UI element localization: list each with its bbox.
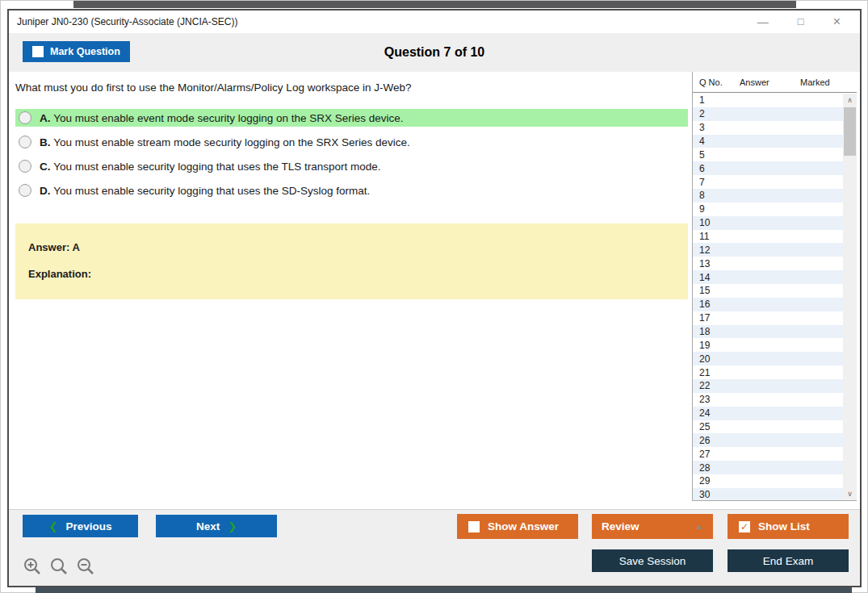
zoom-reset-icon[interactable] <box>49 557 69 576</box>
row-qno: 7 <box>693 177 740 188</box>
review-dropdown-icon: ▲ <box>695 522 703 531</box>
close-icon[interactable]: × <box>833 16 841 27</box>
option-text: A. You must enable event mode security l… <box>40 112 404 124</box>
window-title: Juniper JN0-230 (Security-Associate (JNC… <box>9 16 757 27</box>
row-qno: 27 <box>693 449 740 460</box>
row-qno: 6 <box>693 163 740 174</box>
row-qno: 4 <box>693 136 740 147</box>
question-list-row[interactable]: 30 <box>693 488 843 500</box>
end-exam-label: End Exam <box>763 555 813 567</box>
end-exam-button[interactable]: End Exam <box>728 549 849 572</box>
row-qno: 22 <box>693 380 740 391</box>
question-list-row[interactable]: 10 <box>693 216 843 230</box>
question-list-row[interactable]: 3 <box>693 121 843 135</box>
question-list-row[interactable]: 28 <box>693 461 843 474</box>
question-list-row[interactable]: 21 <box>693 365 843 379</box>
show-answer-label: Show Answer <box>488 520 559 532</box>
question-list-row[interactable]: 6 <box>693 161 843 175</box>
title-bar: Juniper JN0-230 (Security-Associate (JNC… <box>9 10 860 33</box>
question-list-row[interactable]: 5 <box>693 148 843 161</box>
save-session-button[interactable]: Save Session <box>592 549 713 572</box>
question-list-body: 1234567891011121314151617181920212223242… <box>693 94 843 500</box>
mark-question-button[interactable]: Mark Question <box>23 41 130 62</box>
question-list-row[interactable]: 26 <box>693 433 843 447</box>
show-answer-checkbox-icon <box>468 521 480 532</box>
question-list-row[interactable]: 18 <box>693 325 843 339</box>
review-button[interactable]: Review ▲ <box>592 514 713 539</box>
option-text: C. You must enable security logging that… <box>40 161 381 173</box>
question-list-panel: Q No. Answer Marked 12345678910111213141… <box>692 72 857 501</box>
zoom-out-icon[interactable] <box>76 557 95 576</box>
question-list-row[interactable]: 24 <box>693 407 843 420</box>
question-list-row[interactable]: 19 <box>693 338 843 352</box>
row-qno: 12 <box>693 244 740 256</box>
answer-box: Answer: A Explanation: <box>15 223 688 299</box>
next-button[interactable]: Next ❯ <box>156 515 277 537</box>
option-a[interactable]: A. You must enable event mode security l… <box>15 109 688 127</box>
question-list-row[interactable]: 17 <box>693 311 843 325</box>
question-list-header: Q No. Answer Marked <box>693 72 857 93</box>
radio-icon[interactable] <box>19 111 31 124</box>
question-list-row[interactable]: 23 <box>693 393 843 407</box>
row-qno: 16 <box>693 299 740 310</box>
question-list-row[interactable]: 7 <box>693 175 843 189</box>
column-answer: Answer <box>740 77 800 87</box>
row-qno: 13 <box>693 258 740 269</box>
question-list-scrollbar[interactable]: ∧ ∨ <box>843 94 857 500</box>
question-list-row[interactable]: 9 <box>693 203 843 216</box>
question-list-row[interactable]: 16 <box>693 298 843 311</box>
question-list-row[interactable]: 13 <box>693 257 843 270</box>
question-list-row[interactable]: 4 <box>693 135 843 148</box>
radio-icon[interactable] <box>19 160 31 173</box>
screen: Juniper JN0-230 (Security-Associate (JNC… <box>0 0 868 593</box>
scroll-up-icon[interactable]: ∧ <box>843 94 857 106</box>
option-b[interactable]: B. You must enable stream mode security … <box>15 133 688 151</box>
save-session-label: Save Session <box>619 555 686 567</box>
question-list-row[interactable]: 29 <box>693 474 843 488</box>
question-list-row[interactable]: 14 <box>693 270 843 284</box>
question-list-row[interactable]: 15 <box>693 284 843 298</box>
question-list-row[interactable]: 12 <box>693 243 843 257</box>
question-list-row[interactable]: 20 <box>693 352 843 365</box>
question-list-row[interactable]: 22 <box>693 379 843 393</box>
row-qno: 18 <box>693 326 740 337</box>
question-list-row[interactable]: 25 <box>693 420 843 434</box>
scroll-down-icon[interactable]: ∨ <box>843 487 857 500</box>
next-chevron-icon: ❯ <box>228 520 237 532</box>
question-list-row[interactable]: 11 <box>693 230 843 244</box>
column-marked: Marked <box>800 77 857 87</box>
header-bar: Mark Question Question 7 of 10 <box>9 33 860 72</box>
maximize-icon[interactable]: □ <box>798 16 804 27</box>
mark-question-checkbox-icon <box>32 46 44 57</box>
show-answer-button[interactable]: Show Answer <box>457 514 578 539</box>
scrollbar-thumb[interactable] <box>844 107 856 156</box>
window-controls: — □ × <box>757 16 860 27</box>
mark-question-label: Mark Question <box>50 46 120 57</box>
row-qno: 21 <box>693 367 740 378</box>
question-list-row[interactable]: 2 <box>693 107 843 121</box>
row-qno: 26 <box>693 435 740 446</box>
question-list-row[interactable]: 1 <box>693 94 843 107</box>
radio-icon[interactable] <box>19 184 31 197</box>
previous-button[interactable]: ❮ Previous <box>23 515 138 537</box>
desktop-backdrop-bottom <box>36 587 852 593</box>
option-text: D. You must enable security logging that… <box>40 185 370 197</box>
column-qno: Q No. <box>693 77 740 87</box>
row-qno: 5 <box>693 149 740 161</box>
row-qno: 29 <box>693 475 740 487</box>
next-label: Next <box>196 520 220 532</box>
footer-bar: ❮ Previous Next ❯ Show Answer Review ▲ ✓… <box>9 509 860 586</box>
option-c[interactable]: C. You must enable security logging that… <box>15 157 688 175</box>
question-list-row[interactable]: 8 <box>693 189 843 203</box>
radio-icon[interactable] <box>19 136 31 148</box>
review-label: Review <box>602 520 639 532</box>
option-text: B. You must enable stream mode security … <box>40 136 410 148</box>
row-qno: 1 <box>693 94 740 106</box>
show-list-label: Show List <box>758 520 810 532</box>
question-list-row[interactable]: 27 <box>693 447 843 461</box>
show-list-button[interactable]: ✓ Show List <box>728 514 849 539</box>
question-counter: Question 7 of 10 <box>9 33 860 72</box>
minimize-icon[interactable]: — <box>757 16 769 27</box>
zoom-in-icon[interactable] <box>23 557 42 576</box>
option-d[interactable]: D. You must enable security logging that… <box>15 182 688 199</box>
